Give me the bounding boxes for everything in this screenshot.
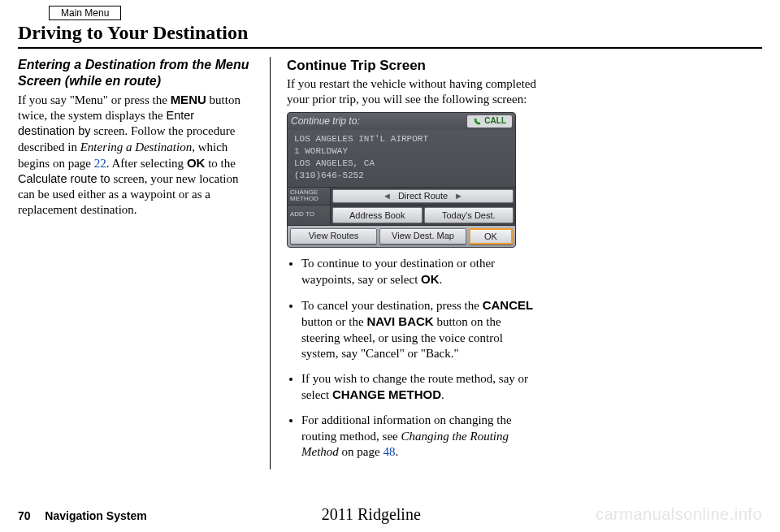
ok-key: OK <box>469 228 513 244</box>
address-book-key: Address Book <box>332 207 422 223</box>
footer-left: 70 Navigation System <box>18 508 147 523</box>
nav-bottom-row: View Routes View Dest. Map OK <box>288 225 515 247</box>
b2-c: button or the <box>301 315 366 328</box>
page-title: Driving to Your Destination <box>18 22 762 44</box>
nav-row-addto: ADD TO Address Book Today's Dest. <box>288 205 515 225</box>
content-columns: Entering a Destination from the Menu Scr… <box>18 57 762 469</box>
title-rule <box>18 47 762 49</box>
b2-cancel: CANCEL <box>483 298 534 312</box>
nav-screen-header: Continue trip to: CALL <box>288 113 515 130</box>
col2-intro: If you restart the vehicle without havin… <box>287 76 539 107</box>
c1-menu: MENU <box>171 93 206 106</box>
change-method-label: CHANGE METHOD <box>288 188 331 205</box>
bullet-3: If you wish to change the route method, … <box>301 371 539 403</box>
page-footer: 70 Navigation System 2011 Ridgeline carm… <box>18 505 762 524</box>
addr-line3: LOS ANGELES, CA <box>294 158 509 170</box>
todays-dest-key: Today's Dest. <box>424 207 514 223</box>
bullet-1: To continue to your destination or other… <box>301 256 539 288</box>
call-button: CALL <box>467 115 512 128</box>
nav-row-method: CHANGE METHOD ◄ Direct Route ► <box>288 187 515 205</box>
c1-entering: Entering a Destination <box>80 141 193 154</box>
col1-heading: Entering a Destination from the Menu Scr… <box>18 57 254 90</box>
column-middle: Continue Trip Screen If you restart the … <box>270 57 539 469</box>
add-to-label: ADD TO <box>288 205 331 225</box>
c1-t5: . After selecting <box>106 157 187 170</box>
c1-ok: OK <box>187 156 206 170</box>
main-menu-button[interactable]: Main Menu <box>49 6 121 20</box>
footer-system: Navigation System <box>45 509 146 522</box>
b1-ok: OK <box>421 272 440 286</box>
c1-t1: If you say "Menu" or press the <box>18 93 171 106</box>
b3-c: . <box>441 388 444 401</box>
footer-vehicle: 2011 Ridgeline <box>147 505 596 524</box>
addr-line4: (310)646-5252 <box>294 170 509 182</box>
nav-address-block: LOS ANGELES INT'L AIRPORT 1 WORLDWAY LOS… <box>288 130 515 186</box>
addr-line2: 1 WORLDWAY <box>294 145 509 158</box>
view-routes-key: View Routes <box>290 228 377 244</box>
b1-a: To continue to your destination or other… <box>301 257 495 286</box>
b4-d: . <box>395 445 398 458</box>
b2-naviback: NAVI BACK <box>366 314 433 328</box>
b2-a: To cancel your destination, press the <box>301 299 483 312</box>
phone-icon <box>473 118 481 126</box>
c1-calc: Calculate route to <box>18 172 110 185</box>
page-number: 70 <box>18 509 31 522</box>
arrow-left-icon: ◄ <box>376 190 398 201</box>
b4-c: on page <box>339 445 384 458</box>
direct-route-label: Direct Route <box>398 190 448 201</box>
nav-screen-title: Continue trip to: <box>291 115 360 128</box>
addr-line1: LOS ANGELES INT'L AIRPORT <box>294 133 509 145</box>
page-link-22[interactable]: 22 <box>94 157 106 170</box>
route-method-selector: ◄ Direct Route ► <box>332 189 514 203</box>
bullet-2: To cancel your destination, press the CA… <box>301 297 539 361</box>
page-link-48[interactable]: 48 <box>383 445 395 458</box>
nav-screen-image: Continue trip to: CALL LOS ANGELES INT'L… <box>287 112 516 248</box>
view-dest-map-key: View Dest. Map <box>379 228 466 244</box>
b3-change: CHANGE METHOD <box>332 387 441 401</box>
arrow-right-icon: ► <box>448 190 470 201</box>
bullet-4: For additional information on changing t… <box>301 413 539 460</box>
col1-paragraph: If you say "Menu" or press the MENU butt… <box>18 92 254 218</box>
bullet-list: To continue to your destination or other… <box>287 256 539 460</box>
c1-t6: to the <box>205 157 236 170</box>
b1-c: . <box>440 273 443 286</box>
footer-watermark: carmanualsonline.info <box>596 505 762 524</box>
col2-heading: Continue Trip Screen <box>287 57 539 75</box>
call-label: CALL <box>484 116 506 127</box>
column-left: Entering a Destination from the Menu Scr… <box>18 57 254 469</box>
